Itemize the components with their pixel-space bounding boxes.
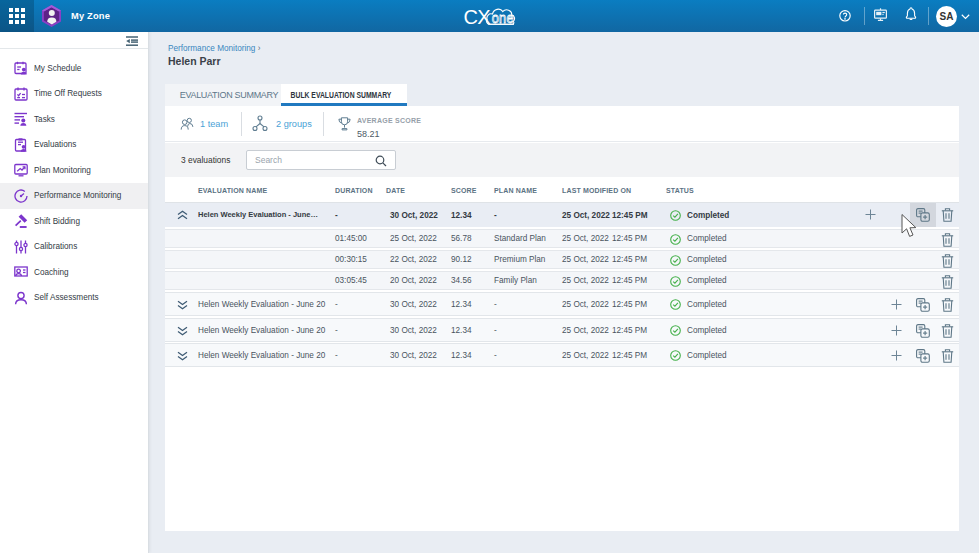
svg-text:CX: CX [464,6,491,28]
svg-text:one: one [492,9,514,26]
